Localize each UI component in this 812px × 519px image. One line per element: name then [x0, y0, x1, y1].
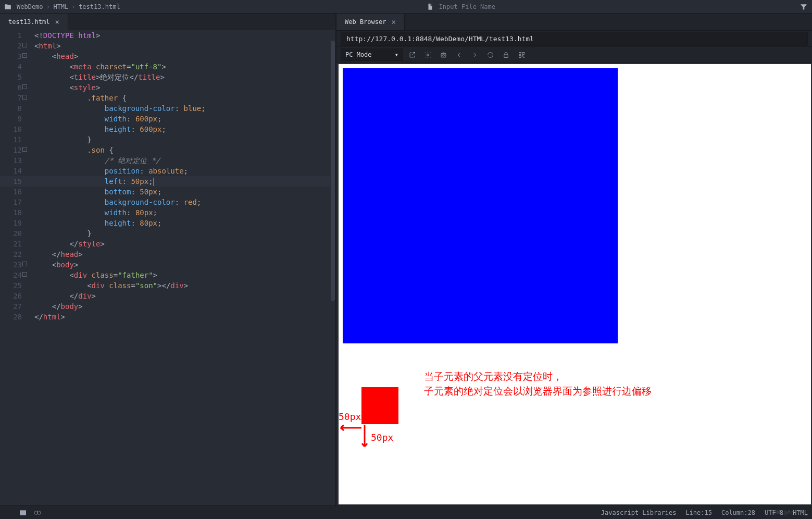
open-external-icon[interactable]	[405, 48, 419, 61]
chevron-down-icon: ▾	[395, 51, 398, 58]
svg-rect-5	[522, 52, 524, 54]
close-icon[interactable]: ×	[391, 18, 395, 26]
render-viewport: 50px 50px 当子元素的父元素没有定位时， 子元素的绝对定位会以浏览器界面…	[339, 64, 811, 504]
svg-point-2	[442, 54, 444, 56]
breadcrumb-segment[interactable]: HTML	[51, 3, 70, 10]
breadcrumb-sep: ›	[45, 3, 52, 10]
url-bar: http://127.0.0.1:8848/WebDemo/HTML/test1…	[336, 30, 812, 47]
father-box	[343, 68, 618, 343]
terminal-icon[interactable]	[19, 509, 27, 517]
structure-icon[interactable]	[4, 509, 13, 517]
browser-tabs: Web Browser ×	[336, 14, 812, 30]
status-libs[interactable]: Javascript Libraries	[601, 509, 677, 516]
svg-point-0	[427, 54, 429, 56]
lock-icon[interactable]	[499, 48, 513, 61]
svg-rect-8	[523, 57, 524, 57]
status-bar: Javascript Libraries Line:15 Column:28 U…	[0, 505, 812, 519]
sync-icon[interactable]	[33, 509, 42, 517]
svg-rect-7	[522, 55, 522, 56]
svg-rect-9	[20, 510, 26, 515]
url-input[interactable]: http://127.0.0.1:8848/WebDemo/HTML/test1…	[341, 32, 808, 46]
filter-icon[interactable]	[799, 3, 808, 11]
new-file-icon[interactable]	[427, 3, 434, 10]
code-area[interactable]: 12-3-456-7-89101112-13141516171819202122…	[0, 30, 335, 505]
svg-rect-3	[504, 54, 508, 57]
qr-icon[interactable]	[515, 48, 528, 61]
label-bottom: 50px	[371, 432, 393, 443]
editor-pane: test13.html × 12-3-456-7-89101112-131415…	[0, 14, 335, 505]
tab-web-browser[interactable]: Web Browser ×	[336, 14, 405, 30]
close-icon[interactable]: ×	[55, 18, 59, 26]
breadcrumb-segment[interactable]: WebDemo	[15, 3, 45, 10]
breadcrumb-segment[interactable]: test13.html	[77, 3, 122, 10]
input-file-name[interactable]: Input File Name	[439, 3, 495, 10]
watermark: CSDN @Arich_	[767, 509, 808, 516]
folder-icon	[4, 3, 11, 10]
code-content[interactable]: <!DOCTYPE html><html> <head> <meta chars…	[25, 30, 335, 505]
son-box	[361, 387, 398, 424]
status-column[interactable]: Column:28	[721, 509, 755, 516]
svg-rect-6	[519, 55, 521, 57]
mode-select[interactable]: PC Mode▾	[341, 48, 403, 61]
top-bar: WebDemo › HTML › test13.html Input File …	[0, 0, 812, 14]
browser-toolbar: PC Mode▾	[336, 47, 812, 63]
refresh-icon[interactable]	[483, 48, 497, 61]
annotation-text: 当子元素的父元素没有定位时， 子元素的绝对定位会以浏览器界面为参照进行边偏移	[424, 369, 652, 398]
breadcrumb-sep: ›	[70, 3, 77, 10]
gutter: 12-3-456-7-89101112-13141516171819202122…	[0, 30, 25, 505]
tab-test13[interactable]: test13.html ×	[0, 14, 68, 30]
editor-tabs: test13.html ×	[0, 14, 335, 30]
svg-rect-1	[441, 53, 446, 57]
status-line[interactable]: Line:15	[685, 509, 712, 516]
tab-label: Web Browser	[345, 18, 386, 26]
gear-icon[interactable]	[421, 48, 434, 61]
screenshot-icon[interactable]	[436, 48, 450, 61]
main-split: test13.html × 12-3-456-7-89101112-131415…	[0, 14, 812, 505]
tab-label: test13.html	[8, 18, 49, 26]
back-icon[interactable]	[452, 48, 466, 61]
svg-rect-4	[519, 52, 521, 54]
browser-pane: Web Browser × http://127.0.0.1:8848/WebD…	[336, 14, 812, 505]
label-left: 50px	[339, 411, 361, 422]
forward-icon[interactable]	[468, 48, 481, 61]
arrow-down-icon	[359, 424, 370, 450]
